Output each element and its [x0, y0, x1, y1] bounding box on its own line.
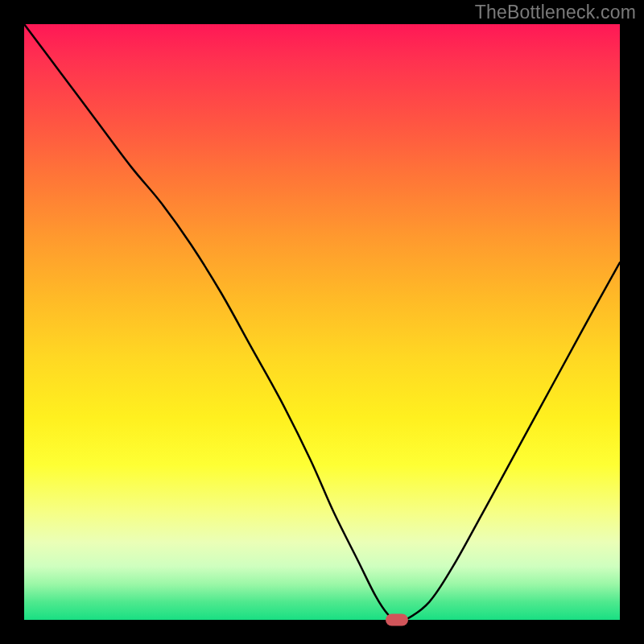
- chart-frame: TheBottleneck.com: [0, 0, 644, 644]
- watermark-text: TheBottleneck.com: [475, 2, 636, 23]
- plot-area: [24, 24, 620, 620]
- optimal-point-marker: [386, 614, 408, 626]
- bottleneck-curve: [24, 24, 620, 620]
